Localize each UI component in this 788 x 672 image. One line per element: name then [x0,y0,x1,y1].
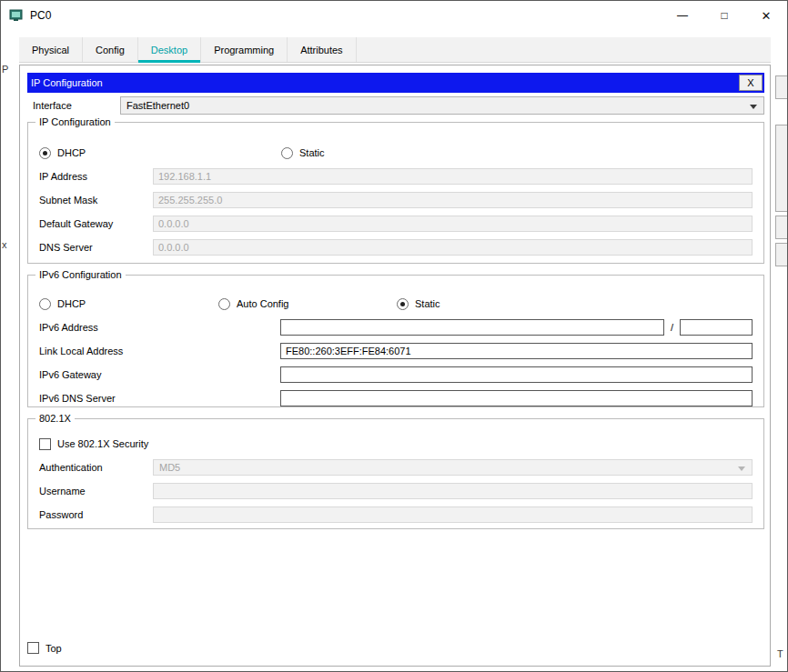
clipped-text-fragment: T [777,648,783,659]
password-field [153,507,753,523]
ip-address-row: IP Address [39,168,753,185]
minimize-button[interactable]: — [662,1,703,30]
ipv6-prefix-field[interactable] [680,319,753,336]
dot1x-group: 802.1X Use 802.1X Security Authenticatio… [27,418,764,529]
ipv6-autoconfig-label: Auto Config [237,298,288,309]
link-local-label: Link Local Address [39,346,280,356]
dot1x-legend: 802.1X [35,413,75,424]
authentication-dropdown: MD5 [153,459,753,476]
dot1x-security-row: Use 802.1X Security [39,436,753,452]
ipv6-address-label: IPv6 Address [39,322,280,333]
default-gateway-row: Default Gateway [39,216,753,232]
tab-desktop[interactable]: Desktop [138,37,201,62]
ipv6-static-label: Static [415,298,440,309]
clipped-text-fragment: P [2,64,8,75]
pc0-window: PC0 — □ ✕ Physical Config Desktop Progra… [0,0,788,672]
tab-programming[interactable]: Programming [201,37,288,62]
ipv6-address-field[interactable] [280,319,664,336]
ipv6-dhcp-label: DHCP [57,298,86,309]
interface-label: Interface [27,100,120,111]
dialog-title: IP Configuration [31,77,103,88]
window-controls: — □ ✕ [662,1,787,30]
ipv6-dns-field[interactable] [280,390,753,406]
ipv4-static-label: Static [299,147,325,158]
dns-server-label: DNS Server [39,242,153,253]
tab-config[interactable]: Config [83,37,138,62]
top-label: Top [45,643,62,654]
tab-bar: Physical Config Desktop Programming Attr… [19,37,771,63]
password-row: Password [39,507,753,523]
ipv6-dhcp-radio[interactable]: DHCP [39,298,218,310]
default-gateway-field [153,216,753,232]
dns-server-field [153,239,753,256]
ipv4-dhcp-label: DHCP [57,147,86,158]
ipv6-gateway-field[interactable] [280,366,753,383]
ip-configuration-legend: IP Configuration [35,116,115,127]
username-label: Username [39,486,153,496]
ipv6-gateway-row: IPv6 Gateway [39,366,753,383]
radio-icon [39,298,51,310]
close-button[interactable]: ✕ [745,1,787,30]
ipv4-static-radio[interactable]: Static [281,147,325,159]
ipv6-static-radio[interactable]: Static [397,298,440,310]
password-label: Password [39,509,153,520]
ip-address-field [153,168,753,185]
username-row: Username [39,483,753,499]
dot1x-security-label: Use 802.1X Security [57,438,148,449]
chevron-down-icon [750,105,757,109]
dialog-close-button[interactable]: X [739,75,763,91]
title-bar: PC0 — □ ✕ [1,1,787,30]
radio-icon [39,147,51,159]
top-checkbox[interactable] [27,642,39,654]
ipv6-configuration-group: IPv6 Configuration DHCP Auto Config Stat… [27,275,764,407]
default-gateway-label: Default Gateway [39,218,153,229]
ipv6-autoconfig-radio[interactable]: Auto Config [218,298,397,310]
link-local-row: Link Local Address [39,343,753,359]
ipv6-address-row: IPv6 Address / [39,319,753,336]
radio-icon [281,147,293,159]
subnet-mask-field [153,192,753,208]
desktop-content-panel: IP Configuration X Interface FastEtherne… [19,65,771,667]
chevron-down-icon [738,466,745,471]
link-local-field[interactable] [280,343,753,359]
tab-attributes[interactable]: Attributes [288,37,356,62]
maximize-button[interactable]: □ [703,1,745,30]
clipped-text-fragment: x [2,239,7,250]
dns-server-row: DNS Server [39,239,753,256]
edge-scrollbar-fragment[interactable] [775,125,788,212]
ip-address-label: IP Address [39,171,153,182]
edge-scrollbar-fragment[interactable] [775,75,788,99]
authentication-value: MD5 [159,462,180,473]
subnet-mask-label: Subnet Mask [39,195,153,206]
interface-value: FastEthernet0 [126,100,189,111]
radio-icon [397,298,409,310]
ip-configuration-header: IP Configuration X [27,73,764,93]
window-title: PC0 [30,9,51,22]
authentication-label: Authentication [39,462,153,473]
ipv4-dhcp-radio[interactable]: DHCP [39,147,281,159]
ipv6-dns-label: IPv6 DNS Server [39,393,280,404]
radio-icon [218,298,230,310]
pc-icon [9,9,24,23]
interface-row: Interface FastEthernet0 [27,96,764,115]
ip-configuration-group: IP Configuration DHCP Static IP Address … [27,122,764,264]
ipv6-gateway-label: IPv6 Gateway [39,369,280,380]
ipv6-prefix-separator: / [671,322,673,333]
edge-scrollbar-fragment[interactable] [775,243,788,266]
authentication-row: Authentication MD5 [39,459,753,476]
tab-physical[interactable]: Physical [19,37,83,62]
ipv4-mode-row: DHCP Static [39,145,753,161]
username-field [153,483,753,499]
ipv6-dns-row: IPv6 DNS Server [39,390,753,406]
ipv6-configuration-legend: IPv6 Configuration [35,269,126,280]
interface-dropdown[interactable]: FastEthernet0 [120,96,764,115]
dot1x-security-checkbox[interactable] [39,438,51,450]
ipv6-mode-row: DHCP Auto Config Static [39,296,753,312]
edge-scrollbar-fragment[interactable] [775,216,788,239]
subnet-mask-row: Subnet Mask [39,192,753,208]
top-toggle-row: Top [27,642,62,654]
